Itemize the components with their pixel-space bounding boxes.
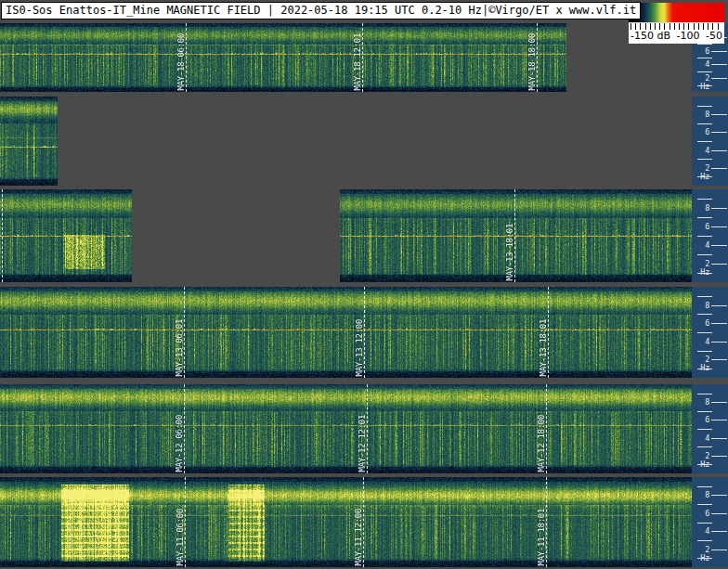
frequency-minor-tick bbox=[697, 486, 712, 487]
time-gridline: MAY-18 18:00 bbox=[537, 23, 539, 92]
frequency-major-tick bbox=[711, 495, 727, 496]
time-gridline: MAY-13 18:01 bbox=[514, 189, 516, 282]
spectrogram-canvas bbox=[0, 287, 692, 378]
frequency-major-tick bbox=[711, 420, 727, 420]
time-gridline: MAY-12 18:00 bbox=[546, 384, 548, 473]
time-gridline: MAY-12 06:00 bbox=[184, 384, 186, 473]
frequency-tick-label: 8 bbox=[692, 110, 709, 119]
spectrogram-canvas bbox=[0, 477, 692, 567]
frequency-axis: 8642 Hz bbox=[692, 189, 728, 282]
frequency-minor-tick bbox=[697, 296, 712, 297]
frequency-tick-label: 4 bbox=[692, 338, 709, 346]
page-title: IS0-Sos Enattos-IT_Mine MAGNETIC FIELD |… bbox=[1, 2, 641, 19]
frequency-minor-tick bbox=[697, 106, 712, 107]
frequency-minor-tick bbox=[697, 58, 712, 58]
time-gridline: MAY-11 18:01 bbox=[546, 477, 548, 567]
frequency-minor-tick bbox=[697, 504, 712, 505]
frequency-minor-tick bbox=[697, 254, 712, 255]
time-gridline-label: MAY-18 18:00 bbox=[528, 33, 537, 90]
frequency-major-tick bbox=[711, 132, 727, 133]
frequency-tick-label: 6 bbox=[692, 128, 709, 136]
frequency-major-tick bbox=[711, 168, 727, 169]
time-gridline-label: MAY-11 12:00 bbox=[355, 509, 363, 565]
time-gridline: MAY-11 12:00 bbox=[363, 477, 365, 567]
frequency-major-tick bbox=[711, 550, 727, 550]
frequency-tick-label: 8 bbox=[692, 204, 709, 213]
time-gridline-label: MAY-12 18:00 bbox=[538, 415, 546, 472]
time-gridline-label: MAY-11 06:00 bbox=[176, 509, 185, 565]
frequency-minor-tick bbox=[697, 71, 712, 72]
frequency-minor-tick bbox=[697, 429, 712, 430]
frequency-major-tick bbox=[711, 245, 727, 246]
frequency-minor-tick bbox=[697, 123, 712, 124]
frequency-minor-tick bbox=[697, 540, 712, 541]
spectrogram-page: IS0-Sos Enattos-IT_Mine MAGNETIC FIELD |… bbox=[0, 0, 728, 569]
frequency-major-tick bbox=[711, 342, 727, 343]
frequency-minor-tick bbox=[697, 159, 712, 160]
time-gridline: MAY-18 06:00 bbox=[186, 23, 188, 92]
frequency-tick-label: 8 bbox=[692, 398, 709, 407]
frequency-major-tick bbox=[711, 114, 727, 115]
spectrogram-row-1: MAY-18 06:00MAY-18 12:01MAY-18 18:00 bbox=[0, 23, 692, 92]
frequency-minor-tick bbox=[697, 314, 712, 315]
colorbar-label-max: -50 bbox=[706, 30, 722, 43]
time-gridline-label: MAY-18 06:00 bbox=[177, 33, 186, 90]
frequency-tick-label: 2 Hz bbox=[692, 452, 709, 469]
time-gridline: MAY-12 12:01 bbox=[367, 384, 369, 473]
spectrogram-row-4: MAY-13 06:01MAY-13 12:00MAY-13 18:01 bbox=[0, 287, 692, 378]
frequency-tick-label: 6 bbox=[692, 416, 709, 424]
colorbar-gradient bbox=[629, 3, 724, 23]
frequency-major-tick bbox=[711, 226, 727, 227]
frequency-major-tick bbox=[711, 456, 727, 457]
frequency-tick-label: 6 bbox=[692, 510, 709, 518]
frequency-minor-tick bbox=[697, 394, 712, 394]
frequency-tick-label: 4 bbox=[692, 527, 709, 536]
time-gridline-label: MAY-11 18:01 bbox=[538, 509, 546, 565]
frequency-minor-tick bbox=[697, 199, 712, 200]
spectrogram-row-5: MAY-12 06:00MAY-12 12:01MAY-12 18:00 bbox=[0, 384, 692, 473]
colorbar-tick-ruler bbox=[630, 23, 722, 30]
frequency-major-tick bbox=[711, 64, 727, 65]
frequency-tick-label: 4 bbox=[692, 241, 709, 250]
spectrogram-canvas bbox=[0, 189, 692, 282]
frequency-tick-label: 2 Hz bbox=[692, 74, 709, 91]
frequency-tick-label: 4 bbox=[692, 147, 709, 155]
frequency-minor-tick bbox=[697, 44, 712, 45]
frequency-major-tick bbox=[711, 150, 727, 151]
frequency-tick-label: 8 bbox=[692, 302, 709, 310]
frequency-major-tick bbox=[711, 438, 727, 439]
frequency-major-tick bbox=[711, 513, 727, 514]
frequency-minor-tick bbox=[697, 523, 712, 524]
spectrogram-canvas bbox=[0, 97, 692, 186]
time-gridline: MAY-11 06:00 bbox=[185, 477, 187, 567]
frequency-minor-tick bbox=[697, 332, 712, 333]
frequency-major-tick bbox=[711, 531, 727, 532]
frequency-major-tick bbox=[711, 51, 727, 52]
frequency-minor-tick bbox=[697, 217, 712, 218]
colorbar-labels: -150 dB -100 -50 bbox=[629, 30, 724, 43]
frequency-major-tick bbox=[711, 305, 727, 306]
frequency-tick-label: 8 bbox=[692, 491, 709, 499]
spectrogram-row-6: MAY-11 06:00MAY-11 12:00MAY-11 18:01 bbox=[0, 477, 692, 567]
frequency-minor-tick bbox=[697, 141, 712, 142]
frequency-minor-tick bbox=[697, 446, 712, 447]
frequency-tick-label: 4 bbox=[692, 60, 709, 69]
spectrogram-canvas bbox=[0, 384, 692, 473]
frequency-axis: 8642 Hz bbox=[692, 287, 728, 378]
frequency-axis: 8642 Hz bbox=[692, 97, 728, 186]
time-gridline-label: MAY-13 06:01 bbox=[176, 319, 184, 376]
colorbar-scale: -150 dB -100 -50 bbox=[629, 23, 724, 44]
frequency-major-tick bbox=[711, 323, 727, 324]
frequency-major-tick bbox=[711, 359, 727, 360]
frequency-tick-label: 6 bbox=[692, 223, 709, 231]
frequency-axis: 8642 Hz bbox=[692, 384, 728, 473]
time-gridline-label: MAY-12 06:00 bbox=[176, 415, 184, 472]
time-gridline-label: MAY-12 12:01 bbox=[358, 415, 367, 472]
time-gridline bbox=[2, 189, 4, 282]
time-gridline: MAY-18 12:01 bbox=[362, 23, 364, 92]
time-gridline-label: MAY-13 18:01 bbox=[506, 224, 514, 280]
time-gridline: MAY-13 18:01 bbox=[548, 287, 550, 378]
frequency-tick-label: 6 bbox=[692, 47, 709, 56]
time-gridline-label: MAY-13 18:01 bbox=[540, 319, 548, 376]
frequency-minor-tick bbox=[697, 236, 712, 237]
